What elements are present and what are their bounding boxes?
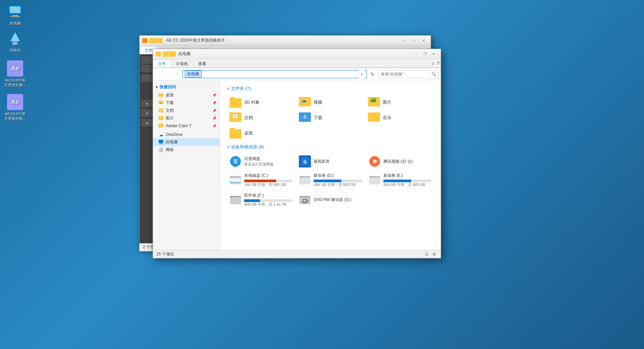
ae-panel-btn-2[interactable]: → [141, 65, 153, 72]
svg-rect-0 [159, 93, 163, 96]
disk-d-bar-bg [314, 180, 362, 182]
sidebar-item-network[interactable]: 网络 [153, 146, 220, 154]
folder-downloads[interactable]: 下载 [296, 110, 365, 125]
ae-win-controls[interactable]: ─ □ ✕ [400, 37, 428, 44]
folder-3d[interactable]: 3D 对象 [227, 95, 296, 110]
sidebar-item-desktop[interactable]: 桌面 📌 [153, 91, 220, 99]
ribbon: 文件 计算机 查看 ∨ ? [153, 59, 441, 68]
address-chip[interactable]: 此电脑 [185, 70, 202, 78]
sidebar-item-downloads[interactable]: 下载 📌 [153, 99, 220, 107]
folders-section-header[interactable]: ∨ 文件夹 (7) [227, 86, 434, 92]
address-bar[interactable]: 此电脑 ∨ [182, 70, 367, 78]
baidu-info: 百度网盘 双击运行百度网盘 [244, 156, 292, 167]
search-input[interactable] [381, 72, 431, 77]
quick-access-section: ▼ 快速访问 桌面 📌 下载 📌 [153, 82, 220, 131]
folder-video[interactable]: 视频 [296, 95, 365, 110]
sidebar: ▼ 快速访问 桌面 📌 下载 📌 [153, 80, 220, 250]
sidebar-item-adobe[interactable]: Adobe Color T 📌 [153, 122, 220, 130]
baidu-name: 百度网盘 [244, 156, 292, 162]
device-disk-e[interactable]: 新加卷 (E:) 284 GB 可用，共 683 GB [366, 171, 434, 189]
disk-f-sub: 608 GB 可用，共 1.81 TB [244, 202, 292, 207]
ae-maximize-btn[interactable]: □ [410, 37, 419, 44]
quick-access-header[interactable]: ▼ 快速访问 [153, 83, 220, 91]
status-bar: 15 个项目 ☰ ⊞ [153, 250, 441, 258]
ribbon-tab-computer[interactable]: 计算机 [171, 60, 193, 67]
svg-rect-4 [159, 109, 163, 110]
grid-view-btn[interactable]: ⊞ [431, 251, 437, 257]
svg-rect-46 [300, 196, 310, 197]
folder-music-name: 音乐 [383, 115, 391, 121]
svg-rect-53 [12, 15, 18, 16]
sidebar-item-onedrive[interactable]: ☁ OneDrive [153, 131, 220, 138]
ae-panel-btn-3[interactable]: ↑ [141, 74, 153, 82]
ae-panel-btn-1[interactable]: ← [141, 56, 153, 64]
tencent-device-icon [369, 155, 381, 167]
onedrive-icon-sidebar: ☁ [158, 132, 164, 137]
device-dvd[interactable]: DVD DVD RW 驱动器 (G:) [296, 191, 364, 209]
recycle-icon-img: ♻ [7, 30, 23, 46]
ribbon-tab-view[interactable]: 查看 [193, 60, 211, 67]
device-disk-c[interactable]: Windows 本地磁盘 (C:) 166 GB 可用，共 495 GB [227, 171, 295, 189]
ae-close-btn[interactable]: ✕ [419, 37, 428, 44]
device-disk-f[interactable]: 软件箱 (F:) 608 GB 可用，共 1.81 TB [227, 191, 295, 209]
folder-video-icon [299, 97, 311, 108]
svg-rect-10 [160, 143, 162, 144]
sidebar-item-thispc[interactable]: 此电脑 [153, 138, 220, 146]
desktop-icon-recycle[interactable]: ♻ 回收站 [3, 30, 27, 52]
folders-section-title: 文件夹 (7) [231, 86, 251, 92]
disk-d-sub: 284 GB 可用，共 683 GB [314, 182, 362, 187]
explorer-minimize-btn[interactable]: ─ [412, 51, 421, 57]
ae-minimize-btn[interactable]: ─ [400, 37, 409, 44]
sidebar-item-pictures[interactable]: 图片 📌 [153, 114, 220, 122]
device-bofeng[interactable]: 暴 暴风影库 [296, 153, 364, 169]
nav-forward-btn[interactable]: → [164, 70, 172, 78]
downloads-icon-sidebar [158, 100, 164, 106]
nav-back-btn[interactable]: ← [155, 70, 164, 78]
nav-up-btn[interactable]: ↑ [172, 70, 181, 78]
disk-d-name: 新加卷 (D:) [314, 173, 362, 179]
folder-desktop-name: 桌面 [244, 130, 253, 136]
search-box[interactable]: 🔍 [378, 70, 439, 78]
search-submit-btn[interactable]: 🔍 [431, 72, 436, 77]
view-icons: ☰ ⊞ [423, 251, 437, 257]
device-baidu[interactable]: 百 百度网盘 双击运行百度网盘 [227, 153, 295, 169]
folder-desktop[interactable]: 桌面 [227, 126, 296, 141]
explorer-window: 此电脑 ─ ❐ ✕ 文件 计算机 查看 ∨ ? ← → ↑ 此电脑 ∨ ↻ 🔍 [153, 49, 441, 258]
device-disk-d[interactable]: 新加卷 (D:) 284 GB 可用，共 683 GB [296, 171, 364, 189]
explorer-restore-btn[interactable]: ❐ [421, 51, 429, 57]
pictures-icon-sidebar [158, 116, 164, 121]
explorer-title: 此电脑 [178, 51, 412, 57]
folder-docs[interactable]: 文档 [227, 110, 296, 125]
desktop-icon-ae2019[interactable]: Ae AE2019中英 文界面切换... [3, 94, 27, 121]
disk-f-bar-bg [244, 199, 292, 202]
ribbon-tabs: 文件 计算机 查看 ∨ ? [153, 59, 441, 68]
svg-text:DVD: DVD [301, 200, 306, 202]
disk-e-info: 新加卷 (E:) 284 GB 可用，共 683 GB [383, 173, 431, 187]
folder-grid: 3D 对象 视频 [227, 95, 434, 141]
ribbon-tab-file[interactable]: 文件 [153, 60, 171, 67]
devices-section-header[interactable]: ∨ 设备和驱动器 (8) [227, 144, 434, 150]
address-input[interactable] [203, 72, 359, 77]
device-tencent[interactable]: 腾讯视频 (32 位) [366, 153, 434, 169]
list-view-btn[interactable]: ☰ [423, 251, 430, 257]
ae-panel-btn-5[interactable]: ■ [141, 109, 153, 117]
folder-pictures[interactable]: 图片 [365, 95, 434, 110]
explorer-close-btn[interactable]: ✕ [429, 51, 438, 57]
desktop-icon-pc[interactable]: 此电脑 [3, 3, 27, 26]
ae-panel-btn-6[interactable]: ■ [141, 119, 153, 127]
ribbon-collapse[interactable]: ∨ [431, 59, 437, 67]
refresh-btn[interactable]: ↻ [368, 70, 377, 78]
quick-access-arrow: ▼ [155, 85, 158, 89]
sidebar-adobe-label: Adobe Color T [166, 123, 192, 128]
sidebar-network-label: 网络 [166, 147, 174, 153]
folder-music[interactable]: ♪ 音乐 [365, 110, 434, 125]
explorer-win-controls[interactable]: ─ ❐ ✕ [412, 51, 438, 57]
bofeng-info: 暴风影库 [314, 159, 362, 164]
disk-f-name: 软件箱 (F:) [244, 193, 292, 198]
svg-text:♻: ♻ [14, 43, 16, 46]
ribbon-help[interactable]: ? [437, 59, 441, 67]
address-dropdown[interactable]: ∨ [359, 70, 365, 78]
desktop-icon-ae2018[interactable]: Ae AE2018中英 文界面切换... [3, 60, 27, 88]
sidebar-item-docs[interactable]: 文档 📌 [153, 107, 220, 114]
ae-panel-btn-4[interactable]: ■ [141, 100, 153, 107]
